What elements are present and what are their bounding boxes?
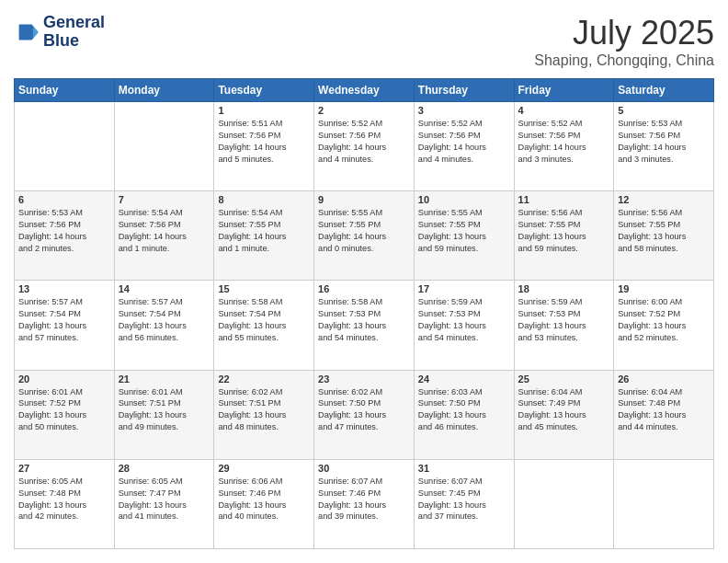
day-number: 26 — [618, 373, 710, 385]
header: General Blue July 2025 Shaping, Chongqin… — [14, 14, 714, 69]
day-info: Sunrise: 5:52 AM Sunset: 7:56 PM Dayligh… — [318, 118, 410, 166]
calendar-cell: 11Sunrise: 5:56 AM Sunset: 7:55 PM Dayli… — [514, 191, 614, 281]
day-number: 2 — [318, 105, 410, 116]
weekday-header: Sunday — [15, 79, 115, 102]
day-number: 10 — [418, 194, 510, 205]
day-number: 9 — [318, 194, 410, 205]
calendar-cell: 24Sunrise: 6:03 AM Sunset: 7:50 PM Dayli… — [414, 370, 514, 459]
day-number: 15 — [218, 283, 310, 294]
weekday-header: Thursday — [414, 79, 514, 102]
day-info: Sunrise: 6:03 AM Sunset: 7:50 PM Dayligh… — [418, 386, 510, 434]
day-number: 6 — [18, 194, 110, 205]
day-info: Sunrise: 6:06 AM Sunset: 7:46 PM Dayligh… — [218, 476, 310, 523]
calendar-cell — [15, 102, 115, 191]
calendar-cell: 7Sunrise: 5:54 AM Sunset: 7:56 PM Daylig… — [114, 191, 214, 281]
day-number: 16 — [318, 283, 410, 294]
calendar-cell: 18Sunrise: 5:59 AM Sunset: 7:53 PM Dayli… — [514, 281, 614, 370]
calendar-cell: 26Sunrise: 6:04 AM Sunset: 7:48 PM Dayli… — [614, 370, 714, 459]
day-number: 24 — [418, 373, 510, 385]
day-info: Sunrise: 5:51 AM Sunset: 7:56 PM Dayligh… — [218, 118, 310, 166]
calendar-cell: 28Sunrise: 6:05 AM Sunset: 7:47 PM Dayli… — [114, 459, 214, 548]
day-info: Sunrise: 6:07 AM Sunset: 7:45 PM Dayligh… — [418, 476, 510, 523]
day-number: 13 — [18, 283, 110, 294]
calendar-week-row: 1Sunrise: 5:51 AM Sunset: 7:56 PM Daylig… — [15, 102, 714, 191]
day-info: Sunrise: 5:57 AM Sunset: 7:54 PM Dayligh… — [18, 296, 110, 344]
logo-text: General Blue — [43, 14, 105, 51]
day-number: 30 — [318, 463, 410, 474]
page: General Blue July 2025 Shaping, Chongqin… — [0, 0, 728, 563]
calendar-cell: 27Sunrise: 6:05 AM Sunset: 7:48 PM Dayli… — [15, 459, 115, 548]
day-number: 25 — [518, 373, 610, 385]
day-number: 14 — [119, 283, 210, 294]
calendar-week-row: 20Sunrise: 6:01 AM Sunset: 7:52 PM Dayli… — [15, 370, 714, 459]
calendar-cell: 25Sunrise: 6:04 AM Sunset: 7:49 PM Dayli… — [514, 370, 614, 459]
day-info: Sunrise: 6:05 AM Sunset: 7:48 PM Dayligh… — [18, 476, 110, 523]
day-info: Sunrise: 6:05 AM Sunset: 7:47 PM Dayligh… — [119, 476, 210, 523]
calendar-cell: 29Sunrise: 6:06 AM Sunset: 7:46 PM Dayli… — [214, 459, 314, 548]
calendar-cell: 5Sunrise: 5:53 AM Sunset: 7:56 PM Daylig… — [614, 102, 714, 191]
calendar-cell: 1Sunrise: 5:51 AM Sunset: 7:56 PM Daylig… — [214, 102, 314, 191]
calendar-cell: 31Sunrise: 6:07 AM Sunset: 7:45 PM Dayli… — [414, 459, 514, 548]
calendar-cell: 13Sunrise: 5:57 AM Sunset: 7:54 PM Dayli… — [15, 281, 115, 370]
day-info: Sunrise: 5:55 AM Sunset: 7:55 PM Dayligh… — [318, 207, 410, 255]
calendar-cell — [114, 102, 214, 191]
calendar-cell: 23Sunrise: 6:02 AM Sunset: 7:50 PM Dayli… — [314, 370, 415, 459]
day-number: 21 — [119, 373, 210, 385]
day-info: Sunrise: 5:53 AM Sunset: 7:56 PM Dayligh… — [18, 207, 110, 255]
day-info: Sunrise: 5:52 AM Sunset: 7:56 PM Dayligh… — [418, 118, 510, 166]
day-number: 8 — [218, 194, 310, 205]
day-info: Sunrise: 5:52 AM Sunset: 7:56 PM Dayligh… — [518, 118, 610, 166]
day-number: 4 — [518, 105, 610, 116]
day-info: Sunrise: 5:56 AM Sunset: 7:55 PM Dayligh… — [518, 207, 610, 255]
day-info: Sunrise: 5:59 AM Sunset: 7:53 PM Dayligh… — [418, 296, 510, 344]
day-info: Sunrise: 5:54 AM Sunset: 7:56 PM Dayligh… — [119, 207, 210, 255]
calendar-cell: 9Sunrise: 5:55 AM Sunset: 7:55 PM Daylig… — [314, 191, 415, 281]
day-info: Sunrise: 5:55 AM Sunset: 7:55 PM Dayligh… — [418, 207, 510, 255]
logo: General Blue — [14, 14, 105, 51]
day-number: 31 — [418, 463, 510, 474]
day-number: 23 — [318, 373, 410, 385]
day-info: Sunrise: 6:07 AM Sunset: 7:46 PM Dayligh… — [318, 476, 410, 523]
day-info: Sunrise: 5:57 AM Sunset: 7:54 PM Dayligh… — [119, 296, 210, 344]
day-info: Sunrise: 5:58 AM Sunset: 7:54 PM Dayligh… — [218, 296, 310, 344]
calendar-table: SundayMondayTuesdayWednesdayThursdayFrid… — [14, 78, 714, 549]
svg-marker-1 — [33, 26, 39, 39]
calendar-cell: 19Sunrise: 6:00 AM Sunset: 7:52 PM Dayli… — [614, 281, 714, 370]
calendar-cell: 15Sunrise: 5:58 AM Sunset: 7:54 PM Dayli… — [214, 281, 314, 370]
calendar-week-row: 13Sunrise: 5:57 AM Sunset: 7:54 PM Dayli… — [15, 281, 714, 370]
logo-icon — [14, 19, 40, 45]
weekday-header: Monday — [114, 79, 214, 102]
weekday-header: Wednesday — [314, 79, 415, 102]
day-info: Sunrise: 6:04 AM Sunset: 7:48 PM Dayligh… — [618, 386, 710, 434]
day-info: Sunrise: 5:54 AM Sunset: 7:55 PM Dayligh… — [218, 207, 310, 255]
day-number: 3 — [418, 105, 510, 116]
calendar-cell: 14Sunrise: 5:57 AM Sunset: 7:54 PM Dayli… — [114, 281, 214, 370]
weekday-header: Friday — [514, 79, 614, 102]
calendar-cell — [614, 459, 714, 548]
day-info: Sunrise: 6:01 AM Sunset: 7:52 PM Dayligh… — [18, 386, 110, 434]
day-number: 29 — [218, 463, 310, 474]
day-number: 18 — [518, 283, 610, 294]
day-number: 28 — [119, 463, 210, 474]
day-number: 1 — [218, 105, 310, 116]
calendar-cell: 20Sunrise: 6:01 AM Sunset: 7:52 PM Dayli… — [15, 370, 115, 459]
day-info: Sunrise: 6:01 AM Sunset: 7:51 PM Dayligh… — [119, 386, 210, 434]
day-info: Sunrise: 6:02 AM Sunset: 7:50 PM Dayligh… — [318, 386, 410, 434]
calendar-cell: 22Sunrise: 6:02 AM Sunset: 7:51 PM Dayli… — [214, 370, 314, 459]
day-number: 19 — [618, 283, 710, 294]
day-number: 27 — [18, 463, 110, 474]
day-number: 5 — [618, 105, 710, 116]
title-block: July 2025 Shaping, Chongqing, China — [534, 14, 714, 69]
month-title: July 2025 — [534, 14, 714, 52]
day-info: Sunrise: 5:59 AM Sunset: 7:53 PM Dayligh… — [518, 296, 610, 344]
day-info: Sunrise: 5:53 AM Sunset: 7:56 PM Dayligh… — [618, 118, 710, 166]
calendar-cell: 16Sunrise: 5:58 AM Sunset: 7:53 PM Dayli… — [314, 281, 415, 370]
calendar-cell: 6Sunrise: 5:53 AM Sunset: 7:56 PM Daylig… — [15, 191, 115, 281]
calendar-cell: 12Sunrise: 5:56 AM Sunset: 7:55 PM Dayli… — [614, 191, 714, 281]
calendar-cell: 10Sunrise: 5:55 AM Sunset: 7:55 PM Dayli… — [414, 191, 514, 281]
calendar-cell: 8Sunrise: 5:54 AM Sunset: 7:55 PM Daylig… — [214, 191, 314, 281]
day-number: 17 — [418, 283, 510, 294]
weekday-header: Saturday — [614, 79, 714, 102]
calendar-header-row: SundayMondayTuesdayWednesdayThursdayFrid… — [15, 79, 714, 102]
calendar-cell: 30Sunrise: 6:07 AM Sunset: 7:46 PM Dayli… — [314, 459, 415, 548]
